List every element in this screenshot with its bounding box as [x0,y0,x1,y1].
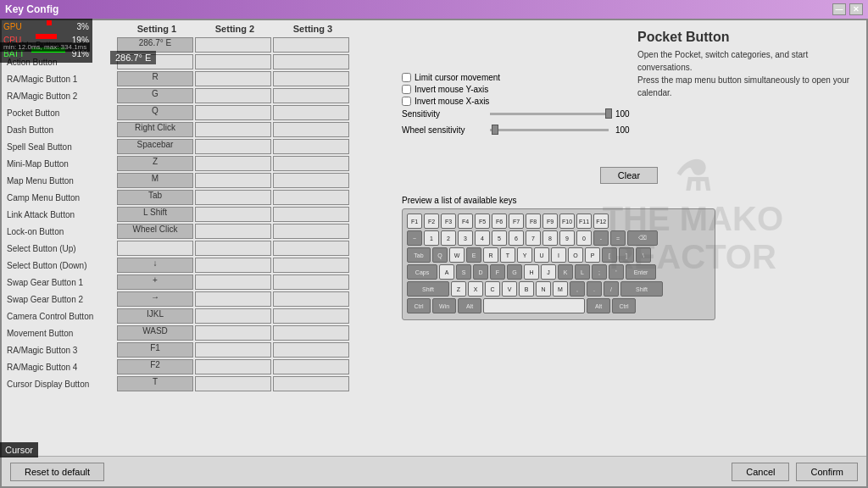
key-enter[interactable]: Enter [626,264,656,280]
binding-s1[interactable]: L Shift [117,207,193,222]
key-b[interactable]: B [519,281,534,297]
binding-s3[interactable] [273,274,349,290]
binding-s3[interactable] [273,71,349,86]
key-win[interactable]: Win [432,298,456,313]
binding-s2[interactable] [195,156,271,171]
binding-s1[interactable]: T [117,376,193,391]
key-tilde[interactable]: ~ [407,230,422,246]
key-rctrl[interactable]: Ctrl [612,298,636,313]
key-minus[interactable]: - [593,230,609,246]
key-d[interactable]: D [473,264,488,280]
binding-s1[interactable]: ↓ [117,258,193,273]
binding-s3[interactable] [273,342,349,358]
key-f9[interactable]: F9 [542,214,558,229]
key-k[interactable]: K [558,264,573,280]
key-m[interactable]: M [553,281,568,297]
binding-s2[interactable] [195,241,271,256]
cancel-button[interactable]: Cancel [732,463,789,481]
key-z[interactable]: Z [451,281,466,297]
binding-s2[interactable] [195,325,271,341]
wheel-sens-thumb[interactable] [492,125,498,135]
binding-s3[interactable] [273,207,349,222]
key-p[interactable]: P [585,247,600,263]
sensitivity-track[interactable] [490,113,609,115]
key-f3[interactable]: F3 [441,214,456,229]
binding-s1[interactable]: R [117,71,193,86]
key-f7[interactable]: F7 [509,214,524,229]
binding-s3[interactable] [273,173,349,188]
key-lbracket[interactable]: [ [602,247,617,263]
key-i[interactable]: I [551,247,566,263]
key-v[interactable]: V [502,281,517,297]
key-3[interactable]: 3 [458,230,473,246]
wheel-sens-track[interactable] [490,129,609,131]
binding-s2[interactable] [195,139,271,154]
binding-s1[interactable]: Spacebar [117,139,193,154]
key-f5[interactable]: F5 [475,214,490,229]
reset-button[interactable]: Reset to default [10,463,104,481]
binding-s2[interactable] [195,376,271,391]
clear-button[interactable]: Clear [600,167,658,184]
key-semicolon[interactable]: ; [592,264,607,280]
key-x[interactable]: X [468,281,483,297]
key-period[interactable]: . [587,281,602,297]
key-1[interactable]: 1 [424,230,439,246]
binding-s3[interactable] [273,376,349,391]
limit-cursor-checkbox[interactable] [402,73,411,82]
binding-s3[interactable] [273,122,349,137]
binding-s2[interactable] [195,274,271,290]
binding-s1[interactable]: Z [117,156,193,171]
binding-s3[interactable] [273,308,349,324]
binding-s3[interactable] [273,105,349,120]
key-y[interactable]: Y [517,247,532,263]
key-backslash[interactable]: \ [636,247,651,263]
key-quote[interactable]: ' [609,264,624,280]
binding-s3[interactable] [273,54,349,69]
binding-s3[interactable] [273,37,349,53]
key-rbracket[interactable]: ] [619,247,634,263]
binding-s2[interactable] [195,54,271,69]
binding-s1[interactable]: G [117,88,193,103]
binding-s3[interactable] [273,156,349,171]
invert-x-checkbox[interactable] [402,97,411,106]
key-s[interactable]: S [456,264,471,280]
binding-s3[interactable] [273,291,349,307]
key-t[interactable]: T [500,247,515,263]
key-rshift[interactable]: Shift [620,281,663,297]
key-f10[interactable]: F10 [559,214,575,229]
binding-s1[interactable]: Tab [117,190,193,205]
key-2[interactable]: 2 [441,230,456,246]
binding-s3[interactable] [273,88,349,103]
binding-s2[interactable] [195,342,271,358]
binding-s2[interactable] [195,224,271,239]
binding-s1[interactable]: IJKL [117,308,193,324]
key-f2[interactable]: F2 [424,214,439,229]
key-l[interactable]: L [575,264,590,280]
binding-s1[interactable]: + [117,274,193,290]
binding-s3[interactable] [273,241,349,256]
key-f[interactable]: F [490,264,505,280]
binding-s1[interactable]: WASD [117,325,193,341]
binding-s3[interactable] [273,139,349,154]
binding-s3[interactable] [273,258,349,273]
key-lalt[interactable]: Alt [458,298,481,313]
sensitivity-thumb[interactable] [605,108,612,119]
key-equals[interactable]: = [610,230,626,246]
binding-s2[interactable] [195,71,271,86]
key-caps[interactable]: Caps [407,264,437,280]
key-9[interactable]: 9 [559,230,575,246]
binding-s2[interactable] [195,207,271,222]
invert-y-checkbox[interactable] [402,85,411,94]
binding-s1[interactable]: Wheel Click [117,224,193,239]
confirm-button[interactable]: Confirm [796,463,858,481]
key-f4[interactable]: F4 [458,214,473,229]
binding-s3[interactable] [273,359,349,374]
binding-s1[interactable]: F1 [117,342,193,358]
key-lshift[interactable]: Shift [407,281,449,297]
binding-s2[interactable] [195,88,271,103]
key-f12[interactable]: F12 [593,214,609,229]
binding-s2[interactable] [195,308,271,324]
binding-s2[interactable] [195,359,271,374]
key-f11[interactable]: F11 [576,214,592,229]
binding-s1[interactable]: → [117,291,193,307]
